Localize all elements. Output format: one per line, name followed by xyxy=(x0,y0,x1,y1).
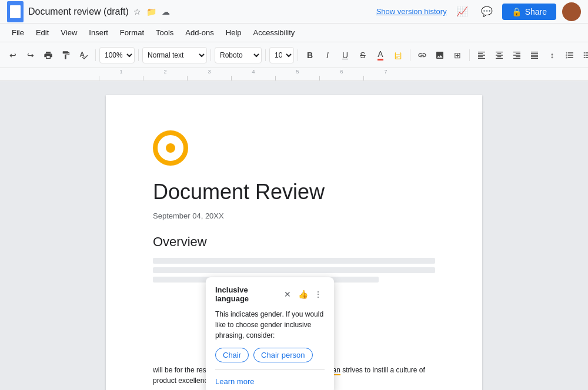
menu-tools[interactable]: Tools xyxy=(151,26,178,39)
menu-help[interactable]: Help xyxy=(221,26,246,39)
underline-button[interactable]: U xyxy=(337,47,353,63)
inclusive-language-popup: Inclusive language ✕ 👍 ⋮ This indicates … xyxy=(206,277,334,390)
top-bar: Document review (draft) ☆ 📁 ☁ Show versi… xyxy=(0,0,588,23)
link-button[interactable] xyxy=(414,47,430,63)
text-color-button[interactable]: A xyxy=(372,47,389,63)
print-button[interactable] xyxy=(40,47,56,63)
ruler-mark-7: 7 xyxy=(363,76,407,80)
share-lock-icon: 🔒 xyxy=(512,7,522,16)
title-icons: ☆ 📁 ☁ xyxy=(132,6,171,17)
doc-title-area: Document review (draft) ☆ 📁 ☁ xyxy=(28,6,372,17)
toolbar: ↩ ↪ 100% 75% 125% 150% Normal text Headi… xyxy=(0,42,588,68)
doc-logo-inner xyxy=(166,143,175,153)
numbered-list-button[interactable] xyxy=(562,47,578,63)
divider-7 xyxy=(469,49,470,61)
popup-more-button[interactable]: ⋮ xyxy=(312,288,325,301)
folder-icon[interactable]: 📁 xyxy=(146,6,157,17)
more-insert-button[interactable]: ⊞ xyxy=(449,47,466,63)
version-history-link[interactable]: Show version history xyxy=(376,7,447,16)
ruler-mark-3: 3 xyxy=(187,76,231,80)
menu-accessibility[interactable]: Accessibility xyxy=(249,26,300,39)
ruler: 1 2 3 4 5 6 7 xyxy=(0,68,588,81)
style-select[interactable]: Normal text Heading 1 Heading 2 Heading … xyxy=(142,47,207,63)
menu-file[interactable]: File xyxy=(7,26,29,39)
divider-5 xyxy=(298,49,298,61)
popup-card: Inclusive language ✕ 👍 ⋮ This indicates … xyxy=(206,277,334,390)
content-line xyxy=(153,258,435,264)
highlight-button[interactable] xyxy=(390,47,406,63)
zoom-select[interactable]: 100% 75% 125% 150% xyxy=(99,47,135,63)
menu-edit[interactable]: Edit xyxy=(31,26,54,39)
document-main-title: Document Review xyxy=(153,180,435,204)
ruler-mark-2: 2 xyxy=(143,76,187,80)
popup-header: Inclusive language ✕ 👍 ⋮ xyxy=(215,285,325,303)
document-date: September 04, 20XX xyxy=(153,211,435,220)
popup-title: Inclusive language xyxy=(215,285,281,303)
popup-thumbsup-button[interactable]: 👍 xyxy=(296,288,309,301)
popup-close-button[interactable]: ✕ xyxy=(281,288,294,301)
bullet-list-button[interactable] xyxy=(579,47,588,63)
font-select[interactable]: Roboto Arial Times New Roman xyxy=(215,47,262,63)
popup-divider xyxy=(215,369,325,370)
google-docs-icon xyxy=(7,1,24,22)
chair-person-suggestion-button[interactable]: Chair person xyxy=(253,348,312,362)
share-label: Share xyxy=(525,7,547,16)
ruler-mark-1: 1 xyxy=(99,76,143,80)
divider-3 xyxy=(211,49,211,61)
align-center-button[interactable] xyxy=(491,47,507,63)
overview-heading: Overview xyxy=(153,234,435,250)
align-right-button[interactable] xyxy=(509,47,525,63)
justify-button[interactable] xyxy=(526,47,543,63)
popup-action-icons: ✕ 👍 ⋮ xyxy=(281,288,325,301)
menu-addons[interactable]: Add-ons xyxy=(181,26,218,39)
document-logo xyxy=(153,130,188,166)
menu-bar: File Edit View Insert Format Tools Add-o… xyxy=(0,23,588,42)
user-avatar[interactable] xyxy=(562,2,581,21)
italic-button[interactable]: I xyxy=(319,47,336,63)
comments-icon[interactable]: 💬 xyxy=(477,2,496,21)
align-left-button[interactable] xyxy=(473,47,490,63)
ruler-mark-6: 6 xyxy=(319,76,363,80)
document-title: Document review (draft) xyxy=(28,6,129,17)
document-page: Document Review September 04, 20XX Overv… xyxy=(106,95,482,390)
paint-format-button[interactable] xyxy=(58,47,74,63)
content-area: Document Review September 04, 20XX Overv… xyxy=(0,81,588,390)
font-size-select[interactable]: 10 11 12 14 xyxy=(269,47,294,63)
line-spacing-button[interactable]: ↕ xyxy=(544,47,560,63)
undo-button[interactable]: ↩ xyxy=(5,47,21,63)
divider-6 xyxy=(410,49,410,61)
divider-1 xyxy=(95,49,96,61)
popup-suggestions: Chair Chair person xyxy=(215,348,325,362)
cloud-icon[interactable]: ☁ xyxy=(161,6,171,17)
redo-button[interactable]: ↪ xyxy=(22,47,39,63)
strikethrough-button[interactable]: S xyxy=(355,47,371,63)
ruler-mark-5: 5 xyxy=(275,76,319,80)
star-icon[interactable]: ☆ xyxy=(132,6,143,17)
menu-insert[interactable]: Insert xyxy=(84,26,113,39)
analytics-icon[interactable]: 📈 xyxy=(453,2,472,21)
chair-suggestion-button[interactable]: Chair xyxy=(215,348,249,362)
menu-format[interactable]: Format xyxy=(115,26,149,39)
bold-button[interactable]: B xyxy=(302,47,318,63)
ruler-mark-4: 4 xyxy=(231,76,275,80)
divider-4 xyxy=(265,49,266,61)
content-line xyxy=(153,267,435,273)
popup-body-text: This indicates gender. If you would like… xyxy=(215,309,325,341)
share-button[interactable]: 🔒 Share xyxy=(502,4,556,20)
menu-view[interactable]: View xyxy=(56,26,82,39)
top-right-area: Show version history 📈 💬 🔒 Share xyxy=(376,2,581,21)
learn-more-link[interactable]: Learn more xyxy=(215,377,254,386)
spellcheck-button[interactable] xyxy=(75,47,92,63)
divider-2 xyxy=(138,49,139,61)
image-button[interactable] xyxy=(432,47,448,63)
